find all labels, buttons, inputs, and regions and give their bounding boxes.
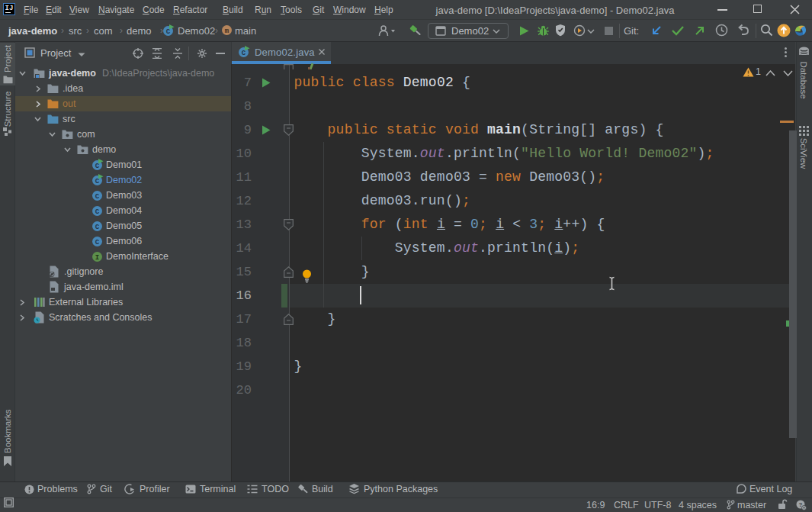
svg-text:C: C <box>95 163 100 170</box>
svg-text:C: C <box>95 239 100 246</box>
svg-text:C: C <box>95 178 100 185</box>
svg-text:m: m <box>225 27 229 35</box>
svg-text:C: C <box>95 193 100 201</box>
svg-text:I: I <box>95 254 99 262</box>
svg-text:C: C <box>166 28 171 36</box>
svg-text:C: C <box>242 50 246 57</box>
svg-text:C: C <box>95 208 100 216</box>
svg-text:C: C <box>95 224 100 231</box>
